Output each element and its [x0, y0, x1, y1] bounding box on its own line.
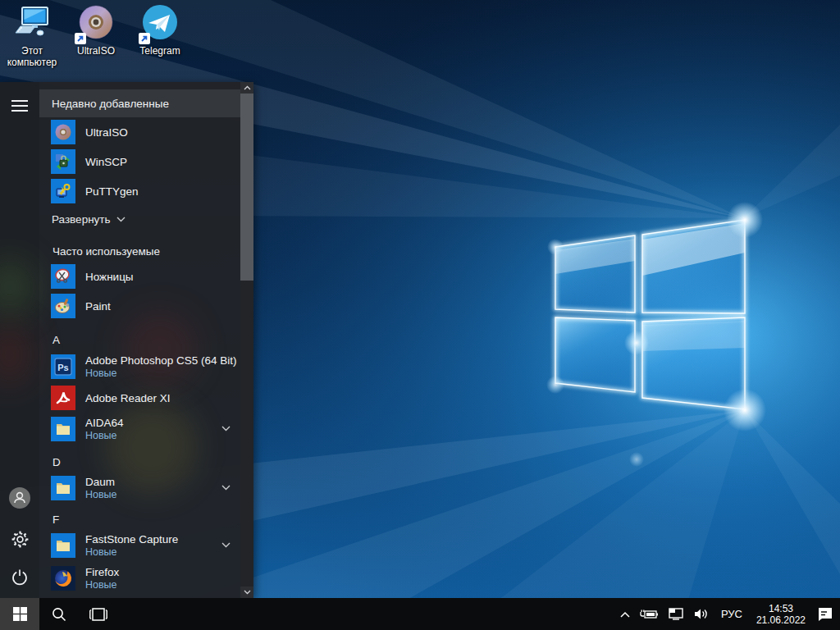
taskbar: РУС 14:53 21.06.2022 [0, 598, 840, 630]
language-indicator[interactable]: РУС [714, 598, 750, 630]
start-app-aida64[interactable]: AIDA64 Новые [39, 413, 240, 445]
scroll-down-arrow[interactable] [240, 587, 253, 598]
paint-icon [51, 294, 75, 318]
search-icon [52, 607, 66, 622]
settings-gear-icon [11, 531, 29, 548]
power-button[interactable] [0, 558, 39, 597]
desktop-icon-grid: Этот компьютер UltraISO [0, 0, 192, 68]
settings-button[interactable] [0, 519, 39, 559]
shortcut-arrow-icon [75, 33, 86, 44]
chevron-down-icon[interactable] [221, 426, 231, 431]
start-app-faststone[interactable]: FastStone Capture Новые [39, 529, 240, 562]
start-menu-app-list: Недавно добавленные UltraISO [39, 82, 240, 598]
firefox-icon [51, 566, 75, 591]
taskbar-empty-area [118, 598, 615, 630]
chevron-up-icon [620, 611, 630, 618]
folder-icon [51, 533, 75, 558]
chevron-down-icon[interactable] [221, 485, 231, 491]
svg-text:Ps: Ps [57, 363, 68, 372]
snipping-tool-icon [51, 264, 75, 289]
puttygen-icon [51, 179, 75, 203]
show-hidden-icons-button[interactable] [615, 598, 635, 630]
date: 21.06.2022 [756, 614, 806, 626]
desktop-icon-ultraiso[interactable]: UltraISO [64, 0, 128, 68]
clock[interactable]: 14:53 21.06.2022 [750, 598, 812, 630]
start-app-ultraiso[interactable]: UltraISO [39, 117, 240, 147]
ultraiso-icon [76, 3, 116, 43]
section-letter-D[interactable]: D [39, 452, 240, 472]
telegram-icon [140, 3, 180, 43]
expand-button[interactable]: Развернуть [39, 206, 240, 232]
desktop-icon-label: Этот компьютер [1, 45, 63, 68]
start-menu: Недавно добавленные UltraISO [0, 82, 253, 598]
desktop-icon-label: Telegram [139, 45, 180, 57]
chevron-down-icon [116, 217, 126, 222]
time: 14:53 [769, 603, 793, 614]
action-center-icon [817, 607, 833, 622]
task-view-button[interactable] [79, 598, 118, 630]
adobe-reader-icon [51, 386, 75, 410]
system-tray: РУС 14:53 21.06.2022 [615, 598, 840, 630]
power-icon [11, 569, 28, 586]
scroll-up-arrow[interactable] [240, 82, 253, 94]
recently-added-header[interactable]: Недавно добавленные [39, 89, 240, 117]
start-menu-rail [0, 82, 39, 598]
new-badge: Новые [85, 546, 178, 559]
new-badge: Новые [85, 430, 124, 442]
start-app-paint[interactable]: Paint [39, 291, 240, 321]
volume-tray-button[interactable] [689, 598, 714, 630]
user-icon [8, 486, 31, 509]
folder-icon [51, 417, 75, 441]
photoshop-icon: Ps [51, 354, 75, 379]
chevron-down-icon[interactable] [221, 542, 231, 548]
action-center-button[interactable] [812, 598, 838, 630]
user-account-button[interactable] [0, 478, 39, 518]
network-ethernet-icon [668, 608, 684, 620]
start-app-puttygen[interactable]: PuTTYgen [39, 176, 240, 206]
start-app-snipping-tool[interactable]: Ножницы [39, 262, 240, 291]
new-badge: Новые [85, 489, 117, 501]
battery-tray-button[interactable] [635, 598, 663, 630]
start-app-photoshop[interactable]: Ps Adobe Photoshop CS5 (64 Bit) Новые [39, 350, 240, 383]
scrollbar-thumb[interactable] [240, 94, 253, 281]
section-letter-F[interactable]: F [39, 509, 240, 529]
start-menu-scrollbar[interactable] [240, 82, 253, 598]
battery-plugged-icon [640, 609, 658, 620]
start-app-daum[interactable]: Daum Новые [39, 472, 240, 504]
ultraiso-icon [51, 120, 75, 144]
windows-logo-icon [13, 607, 27, 621]
folder-icon [51, 476, 75, 500]
taskbar-search-button[interactable] [39, 598, 79, 630]
winscp-icon [51, 149, 75, 174]
this-pc-icon [12, 3, 52, 43]
start-app-winscp[interactable]: WinSCP [39, 147, 240, 176]
frequent-header: Часто используемые [39, 240, 240, 262]
desktop-icon-telegram[interactable]: Telegram [128, 0, 192, 68]
new-badge: Новые [85, 579, 119, 591]
network-tray-button[interactable] [663, 598, 689, 630]
section-letter-A[interactable]: A [39, 329, 240, 350]
new-badge: Новые [85, 368, 237, 380]
desktop-icon-label: UltraISO [77, 45, 115, 57]
desktop-icon-this-pc[interactable]: Этот компьютер [0, 0, 64, 68]
volume-icon [694, 608, 709, 620]
start-app-adobe-reader[interactable]: Adobe Reader XI [39, 383, 240, 413]
start-app-firefox[interactable]: Firefox Новые [39, 562, 240, 595]
hamburger-menu-button[interactable] [0, 86, 39, 126]
hamburger-icon [11, 99, 28, 112]
start-button[interactable] [0, 598, 39, 630]
shortcut-arrow-icon [139, 33, 150, 44]
task-view-icon [89, 608, 107, 621]
